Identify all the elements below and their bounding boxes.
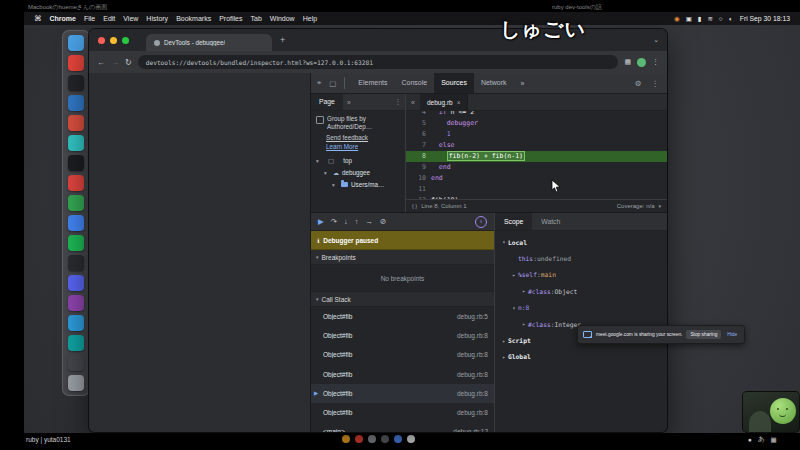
scope-entry-global[interactable]: ▸Global: [495, 349, 667, 365]
menu-file[interactable]: File: [84, 15, 95, 22]
battery-icon[interactable]: ▮: [698, 15, 702, 23]
code-line-10[interactable]: 10end: [406, 173, 667, 184]
frame-location[interactable]: debug.rb:8: [457, 332, 488, 339]
tab-page[interactable]: Page: [311, 94, 343, 110]
status-dot-icon[interactable]: ●: [748, 436, 752, 443]
meet-control-icon-6[interactable]: [407, 435, 415, 443]
code-line-9[interactable]: 9 end: [406, 162, 667, 173]
call-stack-frame[interactable]: ▶Object#fibdebug.rb:8: [311, 384, 494, 403]
dock-icon-app-17[interactable]: [68, 355, 84, 371]
scope-entry-local[interactable]: ▾Local: [495, 234, 667, 250]
chevron-icon[interactable]: ▸: [520, 288, 528, 294]
frame-location[interactable]: debug.rb:8: [457, 371, 488, 378]
code-line-8[interactable]: 8 fib(n-2) + fib(n-1): [406, 151, 667, 162]
dock-icon-app-13[interactable]: [68, 275, 84, 291]
meet-control-icon-4[interactable]: [381, 435, 389, 443]
browser-menu-button[interactable]: ⋮: [652, 58, 659, 66]
tab-sources[interactable]: Sources: [434, 73, 474, 93]
spotlight-icon[interactable]: ○: [719, 15, 723, 22]
zoom-window-button[interactable]: [122, 37, 129, 44]
tab-scope[interactable]: Scope: [495, 213, 532, 230]
chevron-down-icon[interactable]: ▾: [324, 170, 330, 176]
tab-watch[interactable]: Watch: [532, 213, 569, 230]
learn-more-link[interactable]: Learn More: [326, 143, 400, 150]
code-line-7[interactable]: 7 else: [406, 140, 667, 151]
screen-recording-icon[interactable]: ◉: [674, 15, 680, 23]
pause-on-exceptions-button[interactable]: ‖: [475, 216, 487, 228]
dock-icon-app-2[interactable]: [68, 55, 84, 71]
frame-location[interactable]: debug.rb:8: [457, 351, 488, 358]
dock-icon-app-10[interactable]: [68, 215, 84, 231]
code-line-11[interactable]: 11: [406, 184, 667, 195]
dock-icon-app-15[interactable]: [68, 315, 84, 331]
frame-location[interactable]: debug.rb:5: [457, 313, 488, 320]
dock-icon-app-4[interactable]: [68, 95, 84, 111]
close-window-button[interactable]: [98, 37, 105, 44]
menubar-clock[interactable]: Fri Sep 30 18:13: [740, 15, 790, 22]
call-stack-section-header[interactable]: ▾ Call Stack: [311, 292, 494, 307]
menu-window[interactable]: Window: [270, 15, 295, 22]
inspect-element-icon[interactable]: ⌖: [315, 78, 323, 88]
chevron-icon[interactable]: ▸: [510, 272, 518, 278]
meet-control-icon-3[interactable]: [368, 435, 376, 443]
menu-tab[interactable]: Tab: [250, 15, 261, 22]
dock-icon-app-3[interactable]: [68, 75, 84, 91]
call-stack-frame[interactable]: <main>debug.rb:12: [311, 422, 494, 432]
meet-control-icon-2[interactable]: [355, 435, 363, 443]
apple-menu-icon[interactable]: ⌘: [34, 14, 42, 23]
ime-icon[interactable]: あ: [758, 435, 765, 444]
group-files-checkbox[interactable]: [316, 116, 324, 124]
dock-icon-app-12[interactable]: [68, 255, 84, 271]
forward-button[interactable]: →: [111, 58, 119, 67]
display-mirroring-icon[interactable]: ▣: [686, 15, 692, 23]
dock-icon-app-8[interactable]: [68, 175, 84, 191]
call-stack-frame[interactable]: Object#fibdebug.rb:5: [311, 307, 494, 326]
call-stack-frame[interactable]: Object#fibdebug.rb:8: [311, 365, 494, 384]
device-toolbar-icon[interactable]: ▢: [327, 79, 338, 88]
code-line-5[interactable]: 5 debugger: [406, 118, 667, 129]
chevron-icon[interactable]: ▸: [520, 321, 528, 327]
stop-sharing-button[interactable]: Stop sharing: [686, 330, 721, 339]
scope-entry-self[interactable]: ▸%self: main: [495, 267, 667, 283]
step-button[interactable]: →: [366, 217, 374, 226]
code-line-4[interactable]: 4 if n <= 2: [406, 111, 667, 118]
code-lines[interactable]: 4 if n <= 25 debugger6 17 else8 fib(n-2)…: [406, 111, 667, 199]
dock-icon-app-6[interactable]: [68, 135, 84, 151]
chevron-icon[interactable]: ▸: [500, 338, 508, 344]
coverage-status[interactable]: Coverage: n/a: [617, 203, 655, 209]
frame-location[interactable]: debug.rb:12: [453, 428, 488, 432]
menu-history[interactable]: History: [146, 15, 168, 22]
coverage-dropdown-icon[interactable]: ▾: [658, 203, 661, 209]
deactivate-breakpoints-button[interactable]: ⊘: [380, 217, 386, 226]
breakpoints-section-header[interactable]: ▾ Breakpoints: [311, 250, 494, 265]
tab-network[interactable]: Network: [474, 73, 514, 93]
resume-button[interactable]: ▶: [318, 217, 324, 226]
dock-icon-app-5[interactable]: [68, 115, 84, 131]
dock-icon-app-1[interactable]: [68, 35, 84, 51]
menu-help[interactable]: Help: [303, 15, 317, 22]
meet-control-icon-5[interactable]: [394, 435, 402, 443]
back-button[interactable]: ←: [97, 58, 105, 67]
grid-icon[interactable]: ▦: [771, 436, 777, 444]
menu-edit[interactable]: Edit: [103, 15, 115, 22]
frame-location[interactable]: debug.rb:8: [457, 409, 488, 416]
meet-control-icon-1[interactable]: [342, 435, 350, 443]
dock-icon-app-9[interactable]: [68, 195, 84, 211]
file-tab[interactable]: debug.rb ×: [420, 94, 468, 110]
hide-button[interactable]: Hide: [725, 332, 739, 337]
browser-tab[interactable]: DevTools - debuggee/: [146, 34, 272, 51]
step-out-button[interactable]: ↑: [355, 217, 359, 226]
chevron-down-icon[interactable]: ▾: [332, 182, 338, 188]
minimize-window-button[interactable]: [110, 37, 117, 44]
step-over-button[interactable]: ↷: [331, 217, 337, 226]
pretty-print-icon[interactable]: { }: [412, 203, 417, 209]
close-file-icon[interactable]: ×: [457, 99, 461, 106]
more-tabs-button[interactable]: »: [518, 80, 528, 87]
menu-view[interactable]: View: [123, 15, 138, 22]
menu-profiles[interactable]: Profiles: [219, 15, 242, 22]
sidebar-menu-button[interactable]: ⋮: [395, 98, 402, 106]
call-stack-frame[interactable]: Object#fibdebug.rb:8: [311, 403, 494, 422]
scope-entry-class[interactable]: ▸#class: Object: [495, 283, 667, 299]
chevron-icon[interactable]: ▸: [500, 354, 508, 360]
tab-console[interactable]: Console: [395, 73, 435, 93]
